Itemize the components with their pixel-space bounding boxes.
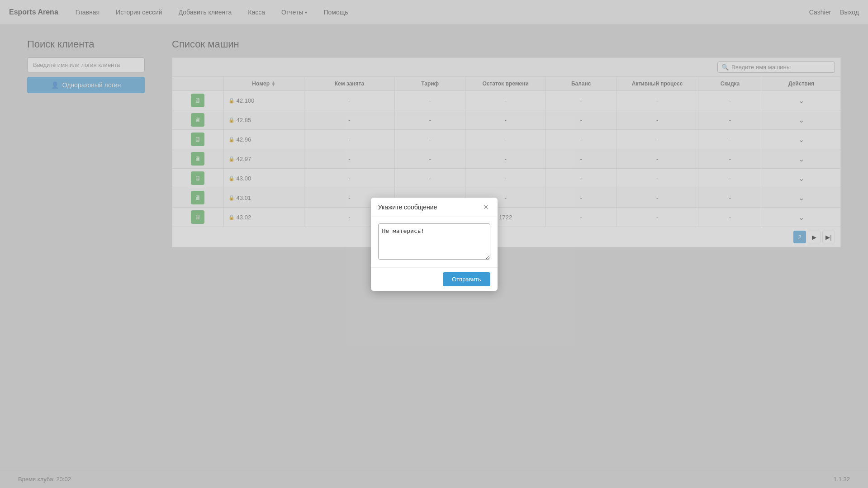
modal-header: Укажите сообщение × [371, 198, 498, 217]
modal-overlay: Укажите сообщение × Отправить [0, 0, 868, 488]
send-message-button[interactable]: Отправить [443, 272, 490, 286]
modal-body [371, 217, 498, 267]
modal-footer: Отправить [371, 267, 498, 291]
modal-title: Укажите сообщение [378, 204, 437, 211]
modal-close-button[interactable]: × [482, 203, 490, 211]
modal-dialog: Укажите сообщение × Отправить [371, 198, 498, 291]
modal-message-textarea[interactable] [378, 223, 490, 260]
